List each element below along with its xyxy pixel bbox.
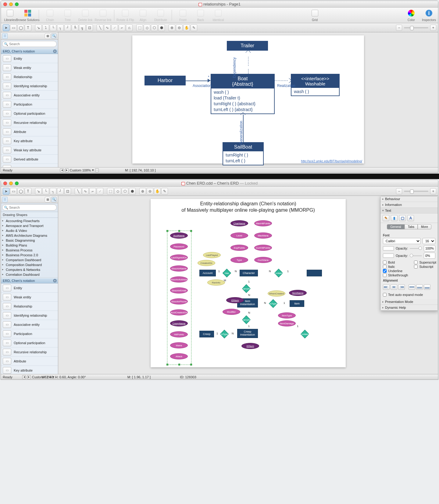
- page-next-icon[interactable]: ▶: [27, 375, 31, 379]
- line-tool-2[interactable]: ∿: [82, 188, 89, 195]
- tree-item[interactable]: Business Process: [1, 248, 58, 253]
- text-tool[interactable]: T: [25, 24, 31, 31]
- tab-tabs[interactable]: Tabs: [405, 224, 418, 229]
- line-tool-2[interactable]: ∿: [104, 24, 111, 31]
- erd-attribute[interactable]: HitPoints: [170, 331, 188, 337]
- library-item[interactable]: ▭Participation: [1, 329, 58, 338]
- pan-tool[interactable]: ✋: [154, 188, 161, 195]
- inspector-panel[interactable]: ▸Behaviour ▸Information ▾Text ✎ ▮ ▢ A Ge…: [380, 196, 438, 311]
- attr-itemname[interactable]: ItemName: [289, 290, 307, 296]
- library-item[interactable]: ▭Weak entity: [1, 63, 58, 72]
- fill-icon[interactable]: ▮: [391, 215, 398, 221]
- opacity-swatch-2[interactable]: [383, 254, 394, 258]
- fullscreen-window-button[interactable]: [15, 2, 19, 6]
- color-button[interactable]: Color: [405, 9, 418, 22]
- sub-checkbox[interactable]: Subscript: [414, 265, 436, 268]
- align-center[interactable]: [391, 284, 397, 290]
- opacity-slider-1[interactable]: [410, 248, 422, 249]
- library-item[interactable]: ▭Entity: [1, 283, 58, 293]
- zoom-out-btn[interactable]: −: [396, 188, 402, 194]
- close-section-icon[interactable]: ×: [53, 49, 57, 53]
- connector-tool-2[interactable]: └: [42, 188, 49, 195]
- valign-mid[interactable]: [416, 284, 423, 290]
- zoom-slider[interactable]: [404, 191, 428, 192]
- erd-attribute[interactable]: AcctCreatedOn: [170, 309, 188, 315]
- library-section-header[interactable]: ERD, Chen's notation ×: [1, 278, 58, 283]
- erd-attribute[interactable]: MaxHitPoints: [254, 220, 272, 226]
- uml-class-harbor[interactable]: Harbor: [145, 76, 186, 85]
- tree-item[interactable]: Aerospace and Transport: [1, 223, 58, 228]
- rel-istype-item[interactable]: IsType: [269, 299, 277, 308]
- library-item[interactable]: ▭Optional participation: [1, 109, 58, 118]
- uml-class-boat[interactable]: Boat{Abstract} wash ( )load (Trailer t)t…: [211, 74, 275, 114]
- opacity-swatch-1[interactable]: [383, 246, 394, 250]
- connector-tool-4[interactable]: ┘: [57, 188, 64, 195]
- pointer-tool[interactable]: ➤: [3, 188, 9, 195]
- line-tool-4[interactable]: ⟋: [97, 188, 103, 195]
- attr-createdon[interactable]: CreatedOn: [198, 260, 215, 266]
- zoom-in-btn[interactable]: +: [430, 188, 436, 194]
- connector-tool-8[interactable]: ⊡: [86, 24, 93, 31]
- inspectors-button[interactable]: iInspectors: [422, 9, 436, 22]
- eyedrop-tool[interactable]: ✎: [161, 188, 168, 195]
- library-item[interactable]: ▭Recursive relationship: [1, 118, 58, 127]
- connector-tool-4[interactable]: ┐: [57, 24, 64, 31]
- titlebar[interactable]: ⛶Chen ERD.cdd – Chen's ERD — Locked: [1, 180, 438, 187]
- canvas[interactable]: Entity-relationship diagram (Chen's nota…: [58, 196, 438, 374]
- library-section-header[interactable]: ERD, Chen's notation ×: [1, 49, 58, 54]
- tree-item[interactable]: Basic Diagramming: [1, 238, 58, 243]
- erd-attribute[interactable]: SbscrbrPhone: [170, 298, 188, 304]
- tree-item[interactable]: Comparison Dashboard: [1, 257, 58, 262]
- connector-tool-3[interactable]: └: [50, 24, 56, 31]
- library-item[interactable]: ▭Weak entity: [1, 293, 58, 302]
- library-item[interactable]: ▭Relationship: [1, 302, 58, 311]
- library-item[interactable]: ▭Entity: [1, 54, 58, 63]
- inspector-section-text[interactable]: ▾Text: [380, 208, 438, 214]
- shape-tool-4[interactable]: ⬢: [158, 24, 165, 31]
- library-item[interactable]: ▭Optional participation: [1, 338, 58, 347]
- attr-modifier[interactable]: Modifier: [223, 309, 240, 315]
- library-item[interactable]: ▭Relationship: [1, 72, 58, 81]
- shape-tool-1[interactable]: ⬚: [136, 24, 143, 31]
- underline-checkbox[interactable]: Underline: [383, 269, 408, 273]
- attr-itemtype[interactable]: ItemType: [278, 312, 296, 319]
- text-style-icon[interactable]: A: [407, 215, 414, 221]
- opacity-value-1[interactable]: [424, 245, 435, 251]
- line-tool-3[interactable]: ⌐: [89, 188, 96, 195]
- library-search-input[interactable]: [2, 41, 57, 47]
- rect-tool[interactable]: ▭: [10, 24, 17, 31]
- tab-general[interactable]: General: [387, 224, 405, 229]
- connector-tool-6[interactable]: ╚: [72, 24, 78, 31]
- erd-attribute[interactable]: ExpPoints: [230, 245, 248, 251]
- library-item[interactable]: ▭Participation: [1, 100, 58, 109]
- zoom-out-tool[interactable]: ⊖: [147, 188, 153, 195]
- inspector-section-presentation[interactable]: ▸Presentation Mode: [380, 299, 438, 305]
- entity-creep-instantiation[interactable]: CreepInstantiation: [237, 329, 258, 338]
- rel-has[interactable]: Has: [223, 269, 231, 277]
- close-window-button[interactable]: [3, 182, 7, 185]
- library-item[interactable]: ▭Recursive relationship: [1, 347, 58, 357]
- rel-contains[interactable]: Contains: [274, 269, 283, 277]
- shape-tool-2[interactable]: ◇: [144, 24, 150, 31]
- tree-item[interactable]: Business Process 2.0: [1, 253, 58, 257]
- erd-attribute[interactable]: Type: [230, 257, 248, 263]
- erd-attribute[interactable]: CurrMana: [254, 257, 272, 263]
- uml-class-trailer[interactable]: Trailer: [227, 41, 268, 51]
- zoom-out-btn[interactable]: −: [396, 25, 402, 31]
- erd-attribute[interactable]: CurrHitPoints: [254, 245, 272, 251]
- grid-view-icon[interactable]: ▦: [45, 33, 50, 39]
- tree-item[interactable]: Accounting Flowcharts: [1, 218, 58, 223]
- rel-carrying-2[interactable]: Carrying: [242, 315, 251, 324]
- rel-carrying-1[interactable]: Carrying: [242, 284, 251, 293]
- inspector-section-information[interactable]: ▸Information: [380, 202, 438, 208]
- zoom-out-tool[interactable]: ⊖: [176, 24, 183, 31]
- font-size-select[interactable]: 16: [423, 238, 435, 244]
- erd-attribute[interactable]: SbscrbrName: [170, 265, 188, 272]
- connector-tool-2[interactable]: ⤵: [42, 24, 49, 31]
- rel-istype-creep[interactable]: IsType: [220, 330, 229, 338]
- erd-attribute[interactable]: Mana: [170, 342, 188, 348]
- shape-tool-4[interactable]: ⬢: [129, 188, 136, 195]
- attr-whencreated[interactable]: WhenCreated: [268, 290, 285, 297]
- page-prev-icon[interactable]: ◀: [60, 168, 64, 172]
- align-left[interactable]: [383, 284, 390, 290]
